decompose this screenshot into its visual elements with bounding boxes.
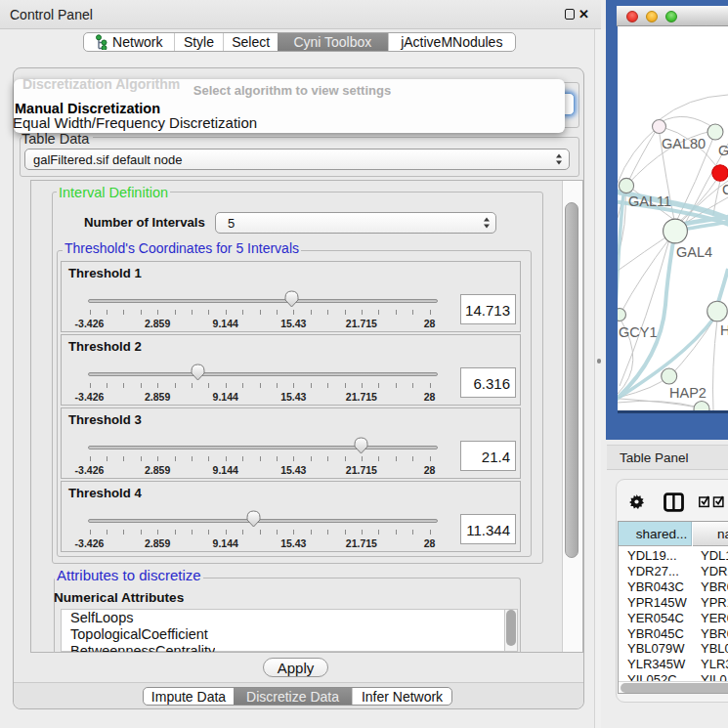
svg-text:HAP2: HAP2 [669,385,707,401]
svg-text:GCY1: GCY1 [619,324,658,340]
svg-text:H: H [720,322,728,338]
svg-text:C: C [722,182,728,197]
svg-text:GAL80: GAL80 [662,136,706,151]
svg-text:GAL4: GAL4 [676,244,712,260]
svg-text:GAL11: GAL11 [628,193,671,209]
svg-text:GA: GA [718,143,728,158]
